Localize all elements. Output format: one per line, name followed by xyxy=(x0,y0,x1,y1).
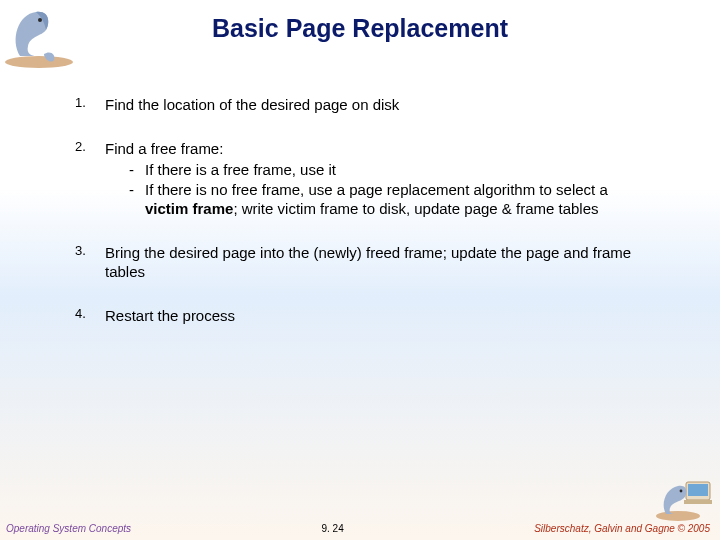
sub-item: - If there is no free frame, use a page … xyxy=(129,180,650,219)
list-item: 2. Find a free frame: - If there is a fr… xyxy=(75,139,650,219)
dinosaur-logo-bottom-right xyxy=(654,476,714,522)
dash-bullet: - xyxy=(129,180,145,219)
item-number: 2. xyxy=(75,139,105,219)
slide-footer: Operating System Concepts 9. 24 Silbersc… xyxy=(0,523,720,534)
item-number: 1. xyxy=(75,95,105,115)
list-item: 4. Restart the process xyxy=(75,306,650,326)
item-text: Restart the process xyxy=(105,306,650,326)
item-number: 3. xyxy=(75,243,105,282)
item-text: Find the location of the desired page on… xyxy=(105,95,650,115)
item-text: Find a free frame: xyxy=(105,139,650,159)
dash-bullet: - xyxy=(129,160,145,180)
list-item: 3. Bring the desired page into the (newl… xyxy=(75,243,650,282)
footer-page-number: 9. 24 xyxy=(131,523,534,534)
svg-rect-4 xyxy=(684,500,712,504)
victim-frame-term: victim frame xyxy=(145,200,233,217)
slide-content: 1. Find the location of the desired page… xyxy=(75,95,650,349)
sub-text: If there is a free frame, use it xyxy=(145,160,336,180)
slide-title: Basic Page Replacement xyxy=(0,14,720,43)
svg-point-5 xyxy=(656,511,700,521)
list-item: 1. Find the location of the desired page… xyxy=(75,95,650,115)
footer-book-title: Operating System Concepts xyxy=(6,523,131,534)
sub-item: - If there is a free frame, use it xyxy=(129,160,650,180)
footer-authors: Silberschatz, Galvin and Gagne © 2005 xyxy=(534,523,710,534)
item-text: Bring the desired page into the (newly) … xyxy=(105,243,650,282)
item-number: 4. xyxy=(75,306,105,326)
svg-point-6 xyxy=(680,490,683,493)
svg-point-0 xyxy=(5,56,73,68)
svg-rect-3 xyxy=(688,484,708,496)
item-body: Find a free frame: - If there is a free … xyxy=(105,139,650,219)
sub-text: If there is no free frame, use a page re… xyxy=(145,180,650,219)
sub-list: - If there is a free frame, use it - If … xyxy=(129,160,650,219)
